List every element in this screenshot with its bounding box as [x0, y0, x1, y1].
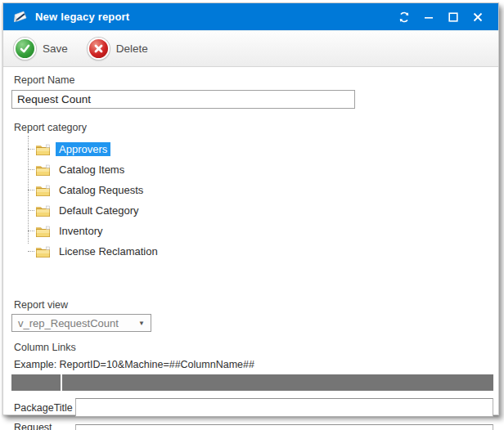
note-pencil-icon — [12, 9, 29, 25]
tree-item-label: Catalog Requests — [56, 183, 146, 197]
table-row: PackageTitle — [11, 398, 493, 417]
delete-x-icon — [88, 38, 110, 60]
column-link-request-count-input[interactable] — [75, 424, 493, 430]
save-label: Save — [43, 43, 68, 55]
folder-icon — [35, 184, 51, 197]
save-button[interactable]: Save — [14, 38, 68, 60]
delete-label: Delete — [116, 43, 148, 55]
column-links-rows: PackageTitle Request Count — [11, 398, 493, 430]
toolbar: Save Delete — [3, 30, 498, 67]
tree-item-label: Inventory — [56, 224, 106, 238]
refresh-button[interactable] — [392, 7, 416, 28]
report-view-value: v_rep_RequestCount — [18, 317, 119, 329]
tree-item-approvers[interactable]: Approvers — [28, 139, 493, 159]
tree-item-catalog-items[interactable]: Catalog Items — [28, 159, 493, 180]
report-view-label: Report view — [14, 299, 493, 311]
folder-icon — [35, 163, 51, 177]
column-link-packagetitle-input[interactable] — [75, 398, 493, 417]
tree-item-label: License Reclamation — [56, 244, 161, 258]
tree-item-license-reclamation[interactable]: License Reclamation — [28, 241, 493, 262]
tree-item-label: Catalog Items — [56, 163, 128, 177]
report-category-label: Report category — [14, 122, 493, 133]
tree-item-inventory[interactable]: Inventory — [28, 221, 493, 241]
minimize-button[interactable] — [416, 7, 441, 28]
report-name-input[interactable] — [11, 90, 355, 109]
column-links-header-name-cell — [11, 374, 62, 391]
chevron-down-icon: ▼ — [138, 320, 145, 327]
save-check-icon — [14, 38, 36, 60]
table-row: Request Count — [11, 422, 493, 430]
minimize-icon — [424, 12, 434, 22]
close-button[interactable] — [466, 7, 490, 28]
tree-item-label: Approvers — [56, 142, 110, 156]
refresh-icon — [398, 11, 410, 23]
folder-icon — [35, 225, 51, 238]
column-link-request-count-row-label: Request Count — [11, 422, 75, 430]
dialog-content: Report Name Report category Approvers — [3, 67, 498, 430]
maximize-icon — [448, 12, 458, 22]
column-links-label: Column Links — [14, 342, 493, 353]
window-title: New legacy report — [35, 11, 392, 23]
folder-icon — [35, 245, 51, 258]
dialog-window: New legacy report — [2, 2, 499, 415]
category-tree: Approvers Catalog Items — [28, 139, 493, 262]
maximize-button[interactable] — [441, 7, 466, 28]
column-link-row-label: PackageTitle — [11, 402, 75, 414]
report-name-label: Report Name — [14, 74, 493, 86]
column-links-header-link-cell — [62, 374, 493, 391]
report-view-dropdown[interactable]: v_rep_RequestCount ▼ — [11, 314, 151, 332]
column-links-header — [11, 374, 493, 391]
column-links-example: Example: ReportID=10&Machine=##ColumnNam… — [14, 359, 493, 370]
folder-icon — [35, 143, 51, 156]
title-bar: New legacy report — [3, 3, 498, 30]
tree-item-catalog-requests[interactable]: Catalog Requests — [28, 180, 493, 200]
delete-button[interactable]: Delete — [88, 38, 148, 60]
tree-item-default-category[interactable]: Default Category — [28, 200, 493, 221]
tree-item-label: Default Category — [56, 204, 142, 217]
close-icon — [473, 12, 483, 22]
folder-icon — [35, 204, 51, 217]
